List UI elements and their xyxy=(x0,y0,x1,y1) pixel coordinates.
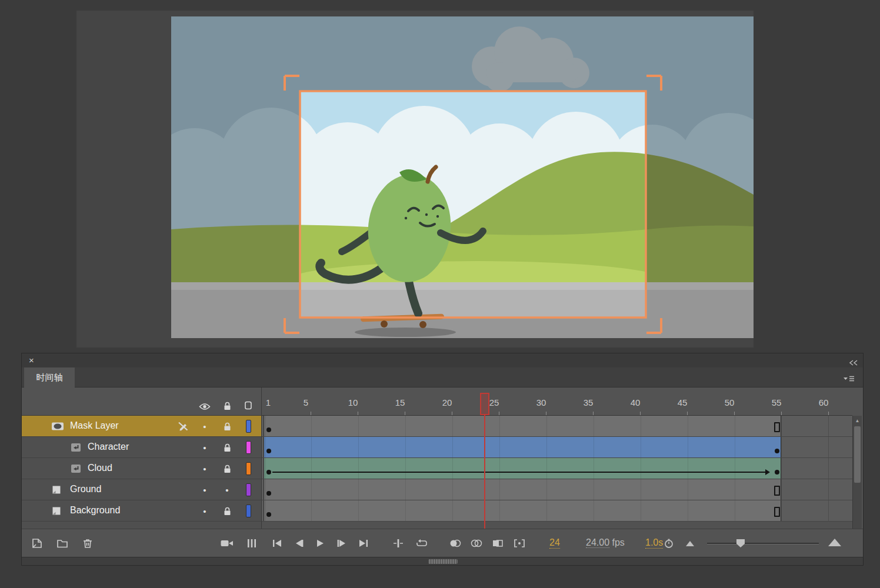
frame-row-background[interactable] xyxy=(262,500,852,522)
frame-span[interactable] xyxy=(264,458,781,479)
eye-icon[interactable] xyxy=(198,387,212,416)
frame-span[interactable] xyxy=(264,500,781,521)
layer-name: Mask Layer xyxy=(70,420,119,431)
layer-visibility-toggle[interactable]: • xyxy=(198,437,212,458)
keyframe-dot xyxy=(266,512,271,517)
vertical-scrollbar[interactable]: ▲ xyxy=(852,416,862,529)
frame-zoom-slider-thumb[interactable] xyxy=(736,539,745,547)
ruler-frame-number: 40 xyxy=(631,397,641,407)
ruler-frame-number: 35 xyxy=(584,397,594,407)
layer-lock-toggle[interactable] xyxy=(220,458,234,479)
frame-ruler[interactable]: 151015202530354045505560 xyxy=(262,387,852,416)
frame-span[interactable] xyxy=(264,416,781,436)
layer-outline-color[interactable] xyxy=(246,462,251,475)
frame-rate-value[interactable]: 24.00 xyxy=(586,537,609,548)
layer-name: Cloud xyxy=(88,463,112,473)
ruler-tick xyxy=(546,412,546,415)
layer-columns-header xyxy=(22,387,261,416)
modify-markers-button[interactable] xyxy=(512,536,526,550)
layer-depth-button[interactable] xyxy=(245,536,259,550)
ruler-tick xyxy=(358,412,358,415)
step-forward-button[interactable] xyxy=(335,536,349,550)
delete-layer-button[interactable] xyxy=(81,536,95,550)
current-frame-field[interactable]: 24 xyxy=(549,537,560,549)
frame-span[interactable] xyxy=(264,437,781,457)
layer-lock-toggle[interactable] xyxy=(220,500,234,522)
panel-top-bar: × xyxy=(22,353,863,368)
horizontal-scrollbar[interactable] xyxy=(22,557,863,565)
edit-multiple-frames-button[interactable] xyxy=(491,536,505,550)
layer-list-pane: Mask Layer•Character•Cloud•Ground••Backg… xyxy=(22,387,261,529)
layer-visibility-toggle[interactable]: • xyxy=(198,479,212,500)
timeline-toolbar: 24 24.00 fps 1.0s xyxy=(22,529,863,557)
layer-outline-color[interactable] xyxy=(246,441,251,454)
new-folder-button[interactable] xyxy=(55,536,69,550)
layer-item-mask-layer[interactable]: Mask Layer• xyxy=(22,416,261,437)
stopwatch-icon[interactable] xyxy=(662,536,676,550)
frame-row-cloud[interactable] xyxy=(262,458,852,479)
layer-lock-toggle[interactable] xyxy=(220,437,234,458)
layer-name: Background xyxy=(70,505,120,516)
collapse-panels-icon[interactable] xyxy=(849,358,858,368)
tab-timeline-label: 时间轴 xyxy=(36,372,63,383)
frame-row-mask-layer[interactable] xyxy=(262,416,852,437)
ruler-frame-number: 45 xyxy=(678,397,688,407)
frame-grid-pane: 151015202530354045505560 xyxy=(261,387,852,529)
tween-line xyxy=(272,472,765,473)
timeline-panel: × 时间轴 Mask Layer•Character•Cloud•Grou xyxy=(21,353,864,566)
vertical-scrollbar-thumb[interactable] xyxy=(854,426,861,483)
panel-menu-icon[interactable] xyxy=(843,374,855,385)
elapsed-time-field[interactable]: 1.0s xyxy=(645,537,663,549)
new-layer-button[interactable] xyxy=(30,536,44,550)
ruler-frame-number: 10 xyxy=(348,397,358,407)
frame-rate-field[interactable]: 24.00 fps xyxy=(586,537,625,548)
keyframe-dot xyxy=(266,449,271,453)
layer-item-character[interactable]: Character• xyxy=(22,437,261,458)
close-icon[interactable]: × xyxy=(29,355,34,366)
panel-tab-bar: 时间轴 xyxy=(22,368,863,387)
ruler-frame-number: 15 xyxy=(395,397,405,407)
center-frame-button[interactable] xyxy=(391,536,405,550)
layer-visibility-toggle[interactable]: • xyxy=(198,416,212,437)
step-back-button[interactable] xyxy=(292,536,306,550)
layer-visibility-toggle[interactable]: • xyxy=(198,500,212,522)
outline-box-icon[interactable] xyxy=(241,387,255,416)
layer-lock-toggle[interactable]: • xyxy=(220,479,234,500)
layer-item-ground[interactable]: Ground•• xyxy=(22,479,261,500)
loop-button[interactable] xyxy=(415,536,429,550)
frame-row-character[interactable] xyxy=(262,437,852,458)
frame-zoom-slider-track[interactable] xyxy=(707,543,819,544)
stage-canvas[interactable] xyxy=(171,16,754,338)
frame-span[interactable] xyxy=(264,479,781,500)
layer-visibility-toggle[interactable]: • xyxy=(198,458,212,479)
ruler-tick xyxy=(405,412,405,415)
onion-skin-outlines-button[interactable] xyxy=(469,536,484,550)
frame-rate-unit-label: fps xyxy=(612,537,625,547)
ruler-frame-number: 50 xyxy=(725,397,735,407)
go-first-frame-button[interactable] xyxy=(270,536,284,550)
scroll-up-icon[interactable]: ▲ xyxy=(853,416,862,425)
layer-outline-color[interactable] xyxy=(246,505,251,517)
layer-outline-color[interactable] xyxy=(246,483,251,496)
frame-row-ground[interactable] xyxy=(262,479,852,500)
layer-item-cloud[interactable]: Cloud• xyxy=(22,458,261,479)
play-button[interactable] xyxy=(313,536,327,550)
stage-pasteboard xyxy=(76,11,754,348)
layer-item-background[interactable]: Background• xyxy=(22,500,261,522)
layer-outline-color[interactable] xyxy=(246,420,251,433)
ruler-frame-number: 60 xyxy=(819,397,829,407)
playhead-handle[interactable] xyxy=(480,393,489,415)
keyframe-dot xyxy=(775,449,779,453)
go-last-frame-button[interactable] xyxy=(356,536,371,550)
camera-button[interactable] xyxy=(220,536,234,550)
horizontal-scrollbar-thumb[interactable] xyxy=(428,559,458,564)
lock-icon[interactable] xyxy=(220,387,234,416)
zoom-small-frames-icon[interactable] xyxy=(686,541,694,546)
timeline-body: Mask Layer•Character•Cloud•Ground••Backg… xyxy=(22,387,863,529)
layer-page-icon xyxy=(51,506,62,518)
zoom-large-frames-icon[interactable] xyxy=(828,539,841,546)
tab-timeline[interactable]: 时间轴 xyxy=(24,368,75,387)
layer-name: Character xyxy=(88,442,129,452)
onion-skin-button[interactable] xyxy=(448,536,462,550)
layer-lock-toggle[interactable] xyxy=(220,416,234,437)
